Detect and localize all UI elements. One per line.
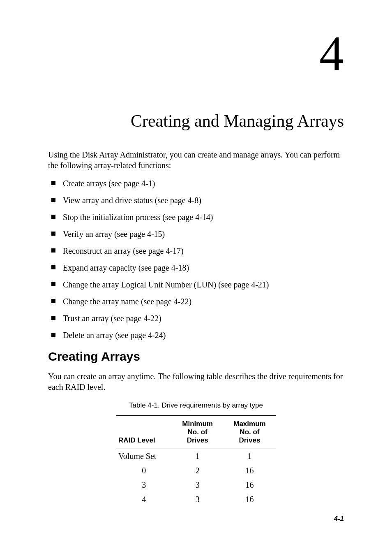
list-item-text: Create arrays (see page 4-1) (63, 179, 155, 188)
list-item-text: Trust an array (see page 4-22) (63, 314, 161, 323)
table-header-row: RAID Level Minimum No. of Drives Maximum… (116, 416, 276, 449)
bullet-icon (51, 282, 55, 286)
bullet-icon (51, 333, 55, 337)
header-min-line2: No. of (188, 428, 208, 436)
list-item: Change the array name (see page 4-22) (63, 296, 344, 307)
list-item-text: Reconstruct an array (see page 4-17) (63, 246, 184, 255)
list-item-text: Expand array capacity (see page 4-18) (63, 263, 189, 272)
intro-paragraph: Using the Disk Array Administrator, you … (48, 149, 344, 171)
table-row: 3 3 16 (116, 478, 276, 492)
table-header-min: Minimum No. of Drives (172, 416, 223, 449)
header-max-line2: No. of (240, 428, 259, 436)
page-number: 4-1 (334, 515, 344, 523)
header-max-line1: Maximum (233, 420, 265, 428)
table-cell-min: 2 (172, 463, 223, 478)
table-cell-max: 1 (223, 449, 276, 464)
list-item: Verify an array (see page 4-15) (63, 229, 344, 239)
table-row: 0 2 16 (116, 463, 276, 478)
bullet-icon (51, 316, 55, 320)
table-cell-min: 3 (172, 478, 223, 492)
table-header-max: Maximum No. of Drives (223, 416, 276, 449)
table-cell-max: 16 (223, 492, 276, 507)
table-cell-raid: 0 (116, 463, 172, 478)
chapter-number: 4 (48, 29, 344, 78)
list-item: Stop the initialization process (see pag… (63, 212, 344, 222)
list-item-text: Stop the initialization process (see pag… (63, 213, 213, 222)
chapter-title: Creating and Managing Arrays (48, 111, 344, 131)
table-header-raid: RAID Level (116, 416, 172, 449)
bullet-icon (51, 299, 55, 303)
table-cell-raid: 3 (116, 478, 172, 492)
list-item-text: Change the array Logical Unit Number (LU… (63, 280, 269, 289)
requirements-table: RAID Level Minimum No. of Drives Maximum… (116, 415, 276, 507)
bullet-icon (51, 181, 55, 185)
list-item: Trust an array (see page 4-22) (63, 313, 344, 324)
list-item-text: Delete an array (see page 4-24) (63, 331, 166, 340)
list-item-text: Change the array name (see page 4-22) (63, 297, 191, 306)
function-list: Create arrays (see page 4-1) View array … (48, 178, 344, 341)
table-cell-min: 1 (172, 449, 223, 464)
list-item: Reconstruct an array (see page 4-17) (63, 246, 344, 256)
bullet-icon (51, 215, 55, 219)
bullet-icon (51, 265, 55, 269)
table-cell-raid: 4 (116, 492, 172, 507)
table-row: 4 3 16 (116, 492, 276, 507)
bullet-icon (51, 198, 55, 202)
table-cell-raid: Volume Set (116, 449, 172, 464)
bullet-icon (51, 232, 55, 236)
list-item: Change the array Logical Unit Number (LU… (63, 279, 344, 290)
table-cell-min: 3 (172, 492, 223, 507)
section-paragraph: You can create an array anytime. The fol… (48, 371, 344, 392)
list-item-text: View array and drive status (see page 4-… (63, 196, 201, 205)
header-min-line1: Minimum (182, 420, 213, 428)
table-cell-max: 16 (223, 463, 276, 478)
header-min-line3: Drives (187, 436, 208, 444)
section-heading: Creating Arrays (48, 350, 344, 364)
list-item: Delete an array (see page 4-24) (63, 330, 344, 341)
list-item: Create arrays (see page 4-1) (63, 178, 344, 189)
header-max-line3: Drives (239, 436, 260, 444)
list-item: View array and drive status (see page 4-… (63, 195, 344, 206)
table-cell-max: 16 (223, 478, 276, 492)
bullet-icon (51, 248, 55, 253)
list-item: Expand array capacity (see page 4-18) (63, 262, 344, 273)
list-item-text: Verify an array (see page 4-15) (63, 229, 165, 239)
table-row: Volume Set 1 1 (116, 449, 276, 464)
table-caption: Table 4-1. Drive requirements by array t… (48, 401, 344, 410)
